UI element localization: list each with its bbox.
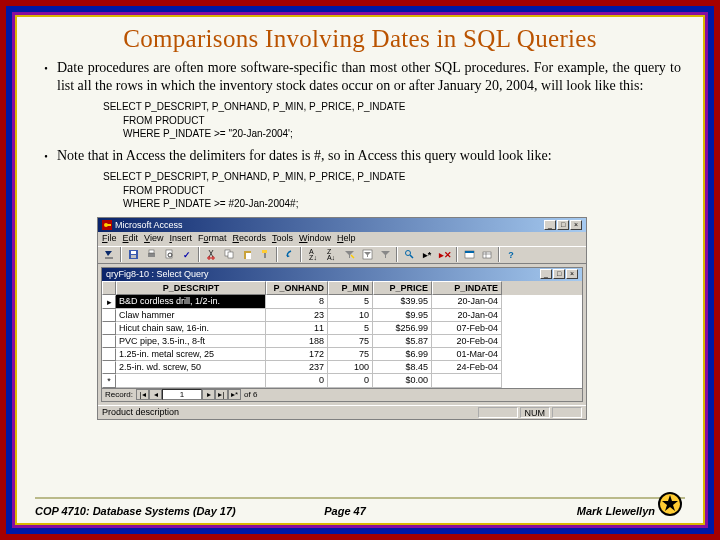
row-selector[interactable] bbox=[102, 348, 116, 361]
access-window: Microsoft Access _ □ × File Edit View In… bbox=[97, 217, 587, 420]
table-row[interactable]: 1.25-in. metal screw, 2517275$6.9901-Mar… bbox=[102, 348, 582, 361]
menu-bar: File Edit View Insert Format Records Too… bbox=[98, 232, 586, 246]
code-line: FROM PRODUCT bbox=[123, 114, 685, 128]
preview-icon[interactable] bbox=[161, 247, 177, 262]
row-selector[interactable]: * bbox=[102, 374, 116, 388]
inner-close[interactable]: × bbox=[566, 269, 578, 279]
col-header[interactable]: P_DESCRIPT bbox=[116, 281, 266, 295]
result-grid: P_DESCRIPT P_ONHAND P_MIN P_PRICE P_INDA… bbox=[102, 281, 582, 388]
row-selector[interactable] bbox=[102, 361, 116, 374]
col-header[interactable]: P_ONHAND bbox=[266, 281, 328, 295]
col-header[interactable]: P_MIN bbox=[328, 281, 373, 295]
save-icon[interactable] bbox=[125, 247, 141, 262]
sql-code-1: SELECT P_DESCRIPT, P_ONHAND, P_MIN, P_PR… bbox=[103, 100, 685, 141]
cut-icon[interactable] bbox=[203, 247, 219, 262]
bullet-1: • Date procedures are often more softwar… bbox=[35, 59, 685, 94]
svg-rect-8 bbox=[149, 250, 154, 253]
close-button[interactable]: × bbox=[570, 220, 582, 230]
code-line: WHERE P_INDATE >= "20-Jan-2004'; bbox=[123, 127, 685, 141]
svg-rect-22 bbox=[465, 251, 474, 253]
sort-desc-icon[interactable]: ZA↓ bbox=[323, 247, 339, 262]
minimize-button[interactable]: _ bbox=[544, 220, 556, 230]
toolbar: ✓ AZ↓ ZA↓ ▸* ▸✕ ? bbox=[98, 246, 586, 264]
footer-divider bbox=[35, 497, 685, 499]
record-label: Record: bbox=[102, 390, 136, 399]
status-num: NUM bbox=[520, 407, 551, 418]
row-selector[interactable] bbox=[102, 322, 116, 335]
table-row[interactable]: PVC pipe, 3.5-in., 8-ft18875$5.8720-Feb-… bbox=[102, 335, 582, 348]
svg-rect-17 bbox=[262, 250, 267, 253]
nav-new-icon[interactable]: ▸* bbox=[228, 389, 241, 400]
delete-record-icon[interactable]: ▸✕ bbox=[437, 247, 453, 262]
table-row[interactable]: 2.5-in. wd. screw, 50237100$8.4524-Feb-0… bbox=[102, 361, 582, 374]
help-icon[interactable]: ? bbox=[503, 247, 519, 262]
row-selector[interactable] bbox=[102, 335, 116, 348]
format-painter-icon[interactable] bbox=[257, 247, 273, 262]
titlebar: Microsoft Access _ □ × bbox=[98, 218, 586, 232]
access-key-icon bbox=[102, 220, 112, 230]
bullet-dot: • bbox=[35, 59, 57, 94]
inner-maximize[interactable]: □ bbox=[553, 269, 565, 279]
col-header[interactable]: P_INDATE bbox=[432, 281, 502, 295]
table-row[interactable]: ▸B&D cordless drill, 1/2-in.85$39.9520-J… bbox=[102, 295, 582, 309]
menu-insert[interactable]: Insert bbox=[169, 233, 192, 245]
menu-view[interactable]: View bbox=[144, 233, 163, 245]
undo-icon[interactable] bbox=[281, 247, 297, 262]
menu-file[interactable]: File bbox=[102, 233, 117, 245]
new-record-icon[interactable]: ▸* bbox=[419, 247, 435, 262]
table-row[interactable]: Hicut chain saw, 16-in.115$256.9907-Feb-… bbox=[102, 322, 582, 335]
table-row[interactable]: Claw hammer2310$9.9520-Jan-04 bbox=[102, 309, 582, 322]
find-icon[interactable] bbox=[401, 247, 417, 262]
svg-point-11 bbox=[207, 257, 209, 259]
svg-rect-14 bbox=[228, 252, 233, 258]
new-object-icon[interactable] bbox=[479, 247, 495, 262]
code-line: FROM PRODUCT bbox=[123, 184, 685, 198]
paste-icon[interactable] bbox=[239, 247, 255, 262]
filter-selection-icon[interactable] bbox=[341, 247, 357, 262]
menu-format[interactable]: Format bbox=[198, 233, 227, 245]
nav-first-icon[interactable]: |◂ bbox=[136, 389, 149, 400]
nav-prev-icon[interactable]: ◂ bbox=[149, 389, 162, 400]
app-title: Microsoft Access bbox=[115, 220, 183, 230]
bullet-dot: • bbox=[35, 147, 57, 165]
spell-icon[interactable]: ✓ bbox=[179, 247, 195, 262]
nav-last-icon[interactable]: ▸| bbox=[215, 389, 228, 400]
footer: COP 4710: Database Systems (Day 17) Page… bbox=[35, 505, 685, 517]
bullet-2-text: Note that in Access the delimiters for d… bbox=[57, 147, 685, 165]
slide-title: Comparisons Involving Dates in SQL Queri… bbox=[35, 25, 685, 53]
filter-form-icon[interactable] bbox=[359, 247, 375, 262]
view-button[interactable] bbox=[101, 247, 117, 262]
query-titlebar: qryFig8-10 : Select Query _ □ × bbox=[102, 268, 582, 281]
row-selector[interactable] bbox=[102, 309, 116, 322]
col-header[interactable]: P_PRICE bbox=[373, 281, 432, 295]
svg-rect-3 bbox=[105, 257, 113, 259]
table-row-new[interactable]: *00$0.00 bbox=[102, 374, 582, 388]
print-icon[interactable] bbox=[143, 247, 159, 262]
footer-right: Mark Llewellyn bbox=[448, 505, 685, 517]
nav-next-icon[interactable]: ▸ bbox=[202, 389, 215, 400]
inner-minimize[interactable]: _ bbox=[540, 269, 552, 279]
status-cell bbox=[552, 407, 582, 418]
svg-rect-2 bbox=[107, 224, 111, 226]
maximize-button[interactable]: □ bbox=[557, 220, 569, 230]
record-number[interactable]: 1 bbox=[162, 389, 202, 400]
menu-edit[interactable]: Edit bbox=[123, 233, 139, 245]
code-line: SELECT P_DESCRIPT, P_ONHAND, P_MIN, P_PR… bbox=[103, 170, 685, 184]
query-window: qryFig8-10 : Select Query _ □ × P_DESCRI… bbox=[101, 267, 583, 402]
menu-window[interactable]: Window bbox=[299, 233, 331, 245]
row-selector[interactable]: ▸ bbox=[102, 295, 116, 309]
db-window-icon[interactable] bbox=[461, 247, 477, 262]
svg-rect-6 bbox=[131, 255, 136, 258]
svg-point-20 bbox=[405, 251, 410, 256]
row-selector-header[interactable] bbox=[102, 281, 116, 295]
menu-records[interactable]: Records bbox=[232, 233, 266, 245]
footer-center: Page 47 bbox=[242, 505, 449, 517]
svg-point-12 bbox=[211, 257, 213, 259]
bullet-2: • Note that in Access the delimiters for… bbox=[35, 147, 685, 165]
apply-filter-icon[interactable] bbox=[377, 247, 393, 262]
svg-rect-5 bbox=[131, 251, 136, 254]
menu-tools[interactable]: Tools bbox=[272, 233, 293, 245]
menu-help[interactable]: Help bbox=[337, 233, 356, 245]
copy-icon[interactable] bbox=[221, 247, 237, 262]
sort-asc-icon[interactable]: AZ↓ bbox=[305, 247, 321, 262]
